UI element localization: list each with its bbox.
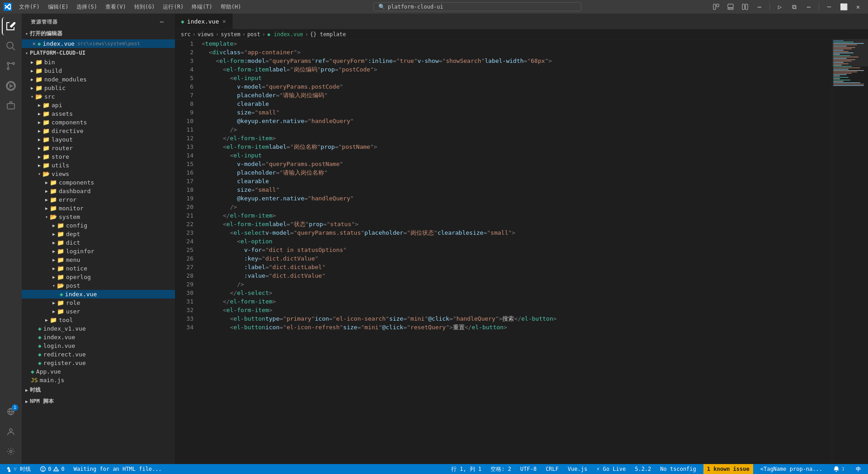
status-lang-indicator[interactable]: 中 bbox=[852, 464, 864, 474]
tree-dashboard[interactable]: ▶ 📁 dashboard bbox=[22, 187, 175, 195]
menu-select[interactable]: 选择(S) bbox=[73, 2, 101, 12]
open-file-name: index.vue bbox=[42, 40, 74, 47]
activity-explorer[interactable] bbox=[2, 17, 20, 35]
open-file-index-vue[interactable]: ✕ ◆ index.vue src\views\system\post bbox=[22, 39, 175, 48]
layout-btn[interactable] bbox=[710, 0, 722, 13]
close-icon[interactable]: ✕ bbox=[33, 41, 36, 47]
status-no-tsconfig[interactable]: No tsconfig bbox=[658, 464, 698, 474]
activity-search[interactable] bbox=[2, 37, 20, 55]
menu-file[interactable]: 文件(F) bbox=[15, 2, 43, 12]
tree-index2[interactable]: ◆ index.vue bbox=[22, 333, 175, 341]
tree-system[interactable]: ▾ 📂 system bbox=[22, 213, 175, 221]
status-version[interactable]: 5.2.2 bbox=[633, 464, 653, 474]
status-line-ending[interactable]: CRLF bbox=[544, 464, 561, 474]
menu-help[interactable]: 帮助(H) bbox=[217, 2, 245, 12]
restore-btn[interactable]: ⬜ bbox=[837, 0, 850, 13]
minimize-btn[interactable]: ─ bbox=[823, 0, 835, 13]
tree-node-modules[interactable]: ▶ 📁 node_modules bbox=[22, 75, 175, 84]
tree-views[interactable]: ▾ 📂 views bbox=[22, 170, 175, 178]
activity-account[interactable] bbox=[2, 422, 20, 441]
status-tag-name[interactable]: <TagName prop-na... bbox=[759, 464, 824, 474]
tree-components[interactable]: ▶ 📁 components bbox=[22, 118, 175, 127]
tree-dict[interactable]: ▶ 📁 dict bbox=[22, 238, 175, 247]
status-go-live[interactable]: ⚡ Go Live bbox=[594, 464, 627, 474]
breadcrumb-views[interactable]: views bbox=[198, 31, 214, 38]
section-project[interactable]: ▾ PLATFORM-CLOUD-UI bbox=[22, 48, 175, 58]
tree-error[interactable]: ▶ 📁 error bbox=[22, 195, 175, 204]
language-text: Vue.js bbox=[568, 466, 587, 472]
breadcrumb-file[interactable]: ◆ index.vue bbox=[267, 31, 303, 38]
status-position[interactable]: 行 1, 列 1 bbox=[449, 464, 483, 474]
known-issue-badge[interactable]: 1 known issue bbox=[703, 464, 753, 474]
more-actions-btn[interactable]: ⋯ bbox=[802, 0, 815, 13]
tree-build[interactable]: ▶ 📁 build bbox=[22, 66, 175, 75]
tab-close-btn[interactable]: ✕ bbox=[222, 17, 226, 25]
more-btn[interactable]: ⋯ bbox=[753, 0, 766, 13]
tree-public[interactable]: ▶ 📁 public bbox=[22, 84, 175, 92]
tab-index-vue[interactable]: ◆ index.vue ✕ bbox=[175, 14, 233, 29]
section-outline[interactable]: ▶ 时线 bbox=[22, 384, 175, 396]
tree-dept[interactable]: ▶ 📁 dept bbox=[22, 230, 175, 238]
tree-bin[interactable]: ▶ 📁 bin bbox=[22, 58, 175, 66]
tree-assets[interactable]: ▶ 📁 assets bbox=[22, 109, 175, 118]
status-language[interactable]: Vue.js bbox=[566, 464, 589, 474]
split-editor-btn[interactable]: ⧉ bbox=[788, 0, 801, 13]
status-git-branch[interactable]: ⑂ 时线 bbox=[4, 464, 33, 474]
tree-register[interactable]: ◆ register.vue bbox=[22, 359, 175, 367]
tree-user[interactable]: ▶ 📁 user bbox=[22, 307, 175, 316]
tree-directive[interactable]: ▶ 📁 directive bbox=[22, 127, 175, 135]
activity-extensions[interactable] bbox=[2, 97, 20, 115]
section-npm[interactable]: ▶ NPM 脚本 bbox=[22, 396, 175, 407]
breadcrumb-template[interactable]: {} template bbox=[310, 31, 346, 38]
tree-components2[interactable]: ▶ 📁 components bbox=[22, 178, 175, 187]
status-info[interactable]: Waiting for an HTML file... bbox=[72, 464, 164, 474]
tree-router[interactable]: ▶ 📁 router bbox=[22, 144, 175, 152]
tree-operlog[interactable]: ▶ 📁 operlog bbox=[22, 273, 175, 281]
code-content[interactable]: <template> <div class="app-container"> <… bbox=[198, 39, 832, 464]
menu-goto[interactable]: 转到(G) bbox=[131, 2, 159, 12]
titlebar-search[interactable]: 🔍 platform-cloud-ui bbox=[373, 2, 581, 11]
tree-main-js[interactable]: JS main.js bbox=[22, 376, 175, 384]
tree-utils[interactable]: ▶ 📁 utils bbox=[22, 161, 175, 170]
close-btn[interactable]: ✕ bbox=[852, 0, 864, 13]
tree-tool[interactable]: ▶ 📁 tool bbox=[22, 316, 175, 324]
status-encoding[interactable]: UTF-8 bbox=[519, 464, 538, 474]
tree-index-v1[interactable]: ◆ index_v1.vue bbox=[22, 324, 175, 333]
run-btn[interactable]: ▷ bbox=[774, 0, 786, 13]
breadcrumb-src[interactable]: src bbox=[181, 31, 191, 38]
status-spaces[interactable]: 空格: 2 bbox=[489, 464, 513, 474]
activity-run[interactable] bbox=[2, 77, 20, 95]
vue-icon: ◆ bbox=[31, 368, 34, 375]
tree-loginfor[interactable]: ▶ 📁 loginfor bbox=[22, 247, 175, 256]
tree-notice[interactable]: ▶ 📁 notice bbox=[22, 264, 175, 273]
status-errors[interactable]: 0 0 bbox=[38, 464, 66, 474]
tree-config[interactable]: ▶ 📁 config bbox=[22, 221, 175, 230]
tree-api[interactable]: ▶ 📁 api bbox=[22, 101, 175, 109]
tree-role[interactable]: ▶ 📁 role bbox=[22, 299, 175, 307]
tree-index-vue[interactable]: ◆ index.vue bbox=[22, 290, 175, 299]
activity-settings[interactable] bbox=[2, 442, 20, 460]
editor-main[interactable]: 12345 678910 1112131415 1617181920 21222… bbox=[175, 39, 868, 464]
tree-post[interactable]: ▾ 📂 post bbox=[22, 281, 175, 290]
menu-terminal[interactable]: 终端(T) bbox=[188, 2, 216, 12]
tree-layout[interactable]: ▶ 📁 layout bbox=[22, 135, 175, 144]
activity-source-control[interactable] bbox=[2, 57, 20, 75]
tree-menu[interactable]: ▶ 📁 menu bbox=[22, 256, 175, 264]
split-btn[interactable] bbox=[739, 0, 751, 13]
tree-app-vue[interactable]: ◆ App.vue bbox=[22, 367, 175, 376]
tree-store[interactable]: ▶ 📁 store bbox=[22, 152, 175, 161]
tree-redirect[interactable]: ◆ redirect.vue bbox=[22, 350, 175, 359]
activity-remote[interactable]: 1 bbox=[2, 403, 20, 421]
status-notifications[interactable]: 1 bbox=[831, 464, 847, 474]
panel-btn[interactable] bbox=[724, 0, 737, 13]
new-file-icon[interactable]: ⋯ bbox=[158, 17, 166, 26]
tree-monitor[interactable]: ▶ 📁 monitor bbox=[22, 204, 175, 213]
tree-login[interactable]: ◆ login.vue bbox=[22, 341, 175, 350]
menu-run[interactable]: 运行(R) bbox=[159, 2, 187, 12]
breadcrumb-post[interactable]: post bbox=[247, 31, 260, 38]
menu-edit[interactable]: 编辑(E) bbox=[44, 2, 72, 12]
menu-view[interactable]: 查看(V) bbox=[102, 2, 130, 12]
section-open-editors[interactable]: ▾ 打开的编辑器 bbox=[22, 28, 175, 39]
tree-src[interactable]: ▾ 📂 src bbox=[22, 92, 175, 101]
breadcrumb-system[interactable]: system bbox=[221, 31, 240, 38]
